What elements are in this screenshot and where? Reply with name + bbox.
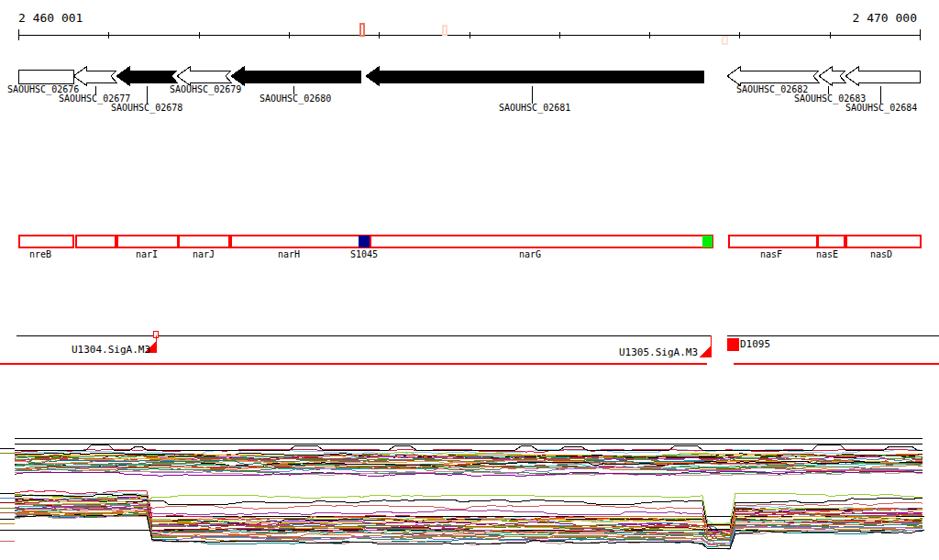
gene-label-SAOUHSC_02681: SAOUHSC_02681 bbox=[499, 104, 570, 113]
tu-marker-D1095[interactable] bbox=[727, 338, 739, 351]
gene-arrow-SAOUHSC_02680[interactable] bbox=[231, 67, 360, 85]
tu-label-D1095: D1095 bbox=[740, 339, 770, 349]
feature-box-narH[interactable] bbox=[231, 236, 370, 247]
feature-label-narG: narG bbox=[519, 250, 541, 259]
ruler-end-coordinate: 2 470 000 bbox=[853, 12, 917, 24]
feature-label-narH: narH bbox=[278, 250, 300, 259]
ruler-marker[interactable] bbox=[723, 37, 727, 44]
gene-arrow-SAOUHSC_02679[interactable] bbox=[177, 67, 231, 85]
feature-label-nasE: nasE bbox=[816, 250, 838, 259]
feature-label-nreB: nreB bbox=[29, 250, 51, 259]
feature-box-nasD[interactable] bbox=[846, 236, 921, 247]
feature-label-narJ: narJ bbox=[193, 250, 215, 259]
feature-box-narG[interactable] bbox=[370, 236, 713, 247]
gene-arrow-SAOUHSC_02683[interactable] bbox=[819, 67, 845, 85]
feature-square-end-marker[interactable] bbox=[702, 236, 713, 247]
gene-arrow-SAOUHSC_02676[interactable] bbox=[18, 70, 73, 83]
feature-label-narI: narI bbox=[136, 250, 158, 259]
feature-box-unnamed[interactable] bbox=[76, 236, 116, 247]
feature-label-S1045: S1045 bbox=[350, 250, 378, 259]
gene-arrow-SAOUHSC_02677[interactable] bbox=[73, 67, 116, 85]
feature-label-nasD: nasD bbox=[870, 250, 892, 259]
gene-arrow-SAOUHSC_02684[interactable] bbox=[845, 67, 920, 85]
ruler-start-coordinate: 2 460 001 bbox=[18, 12, 83, 24]
feature-label-nasF: nasF bbox=[760, 250, 782, 259]
ruler-marker[interactable] bbox=[443, 26, 447, 35]
genome-browser-view: 2 460 001 2 470 000 SAOUHSC_02676 SAOUHS… bbox=[0, 0, 939, 560]
feature-box-nasF[interactable] bbox=[729, 236, 817, 247]
feature-box-nreB[interactable] bbox=[19, 236, 73, 247]
feature-box-narJ[interactable] bbox=[179, 236, 229, 247]
tu-label-U1304.SigA.M3: U1304.SigA.M3 bbox=[72, 345, 150, 355]
feature-box-nasE[interactable] bbox=[818, 236, 845, 247]
tu-flag-box[interactable] bbox=[153, 331, 158, 337]
feature-square-S1045[interactable] bbox=[359, 236, 370, 247]
ruler-marker[interactable] bbox=[360, 24, 364, 36]
gene-label-SAOUHSC_02684: SAOUHSC_02684 bbox=[845, 104, 917, 113]
gene-label-SAOUHSC_02679: SAOUHSC_02679 bbox=[170, 85, 241, 94]
gene-label-SAOUHSC_02678: SAOUHSC_02678 bbox=[111, 104, 182, 113]
gene-label-SAOUHSC_02680: SAOUHSC_02680 bbox=[260, 94, 331, 104]
feature-box-narI[interactable] bbox=[117, 236, 178, 247]
gene-arrow-SAOUHSC_02678[interactable] bbox=[116, 67, 177, 85]
gene-arrow-SAOUHSC_02682[interactable] bbox=[727, 67, 819, 85]
tu-label-U1305.SigA.M3: U1305.SigA.M3 bbox=[619, 347, 698, 357]
tu-flag-U1305.SigA.M3[interactable] bbox=[699, 346, 712, 357]
gene-arrow-SAOUHSC_02681[interactable] bbox=[366, 67, 703, 85]
